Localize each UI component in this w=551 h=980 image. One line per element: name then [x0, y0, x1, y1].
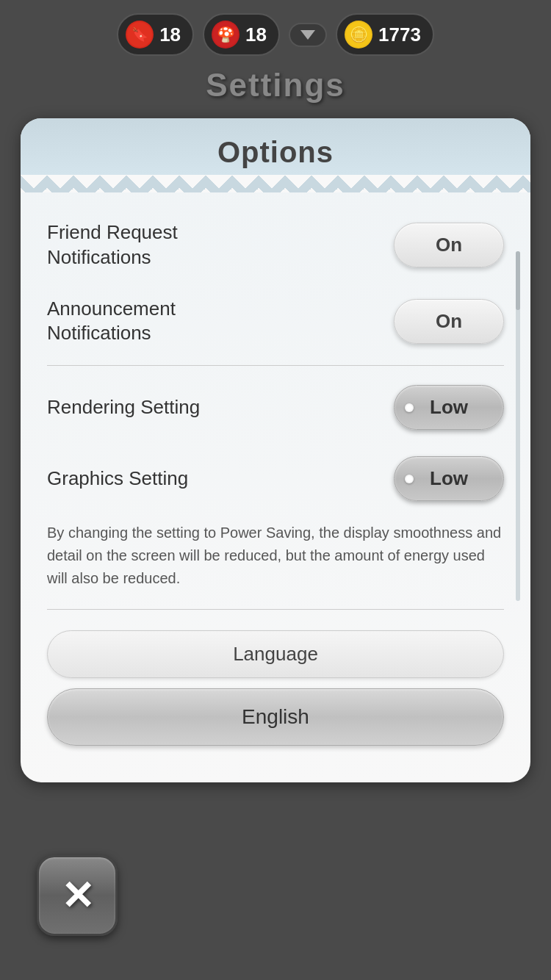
power-saving-info: By changing the setting to Power Saving,…: [47, 514, 504, 603]
toad-count: 18: [245, 24, 267, 46]
options-title: Options: [21, 136, 530, 169]
friend-request-toggle[interactable]: On: [394, 223, 504, 267]
close-button[interactable]: ✕: [37, 855, 118, 936]
toad-counter: 🍄 18: [203, 13, 280, 56]
coin-icon: 🪙: [345, 21, 372, 48]
scroll-thumb: [516, 251, 520, 310]
star-icon: 🔖: [126, 21, 154, 48]
setting-row-graphics: Graphics Setting Low: [47, 443, 504, 514]
friend-request-label: Friend RequestNotifications: [47, 220, 178, 270]
top-bar: 🔖 18 🍄 18 🪙 1773: [0, 0, 551, 63]
announcement-label: AnnouncementNotifications: [47, 297, 176, 347]
language-section: Language English: [21, 623, 530, 760]
zigzag-divider: [21, 175, 530, 192]
dropdown-button[interactable]: [289, 23, 327, 47]
rendering-label: Rendering Setting: [47, 395, 200, 420]
divider-1: [47, 365, 504, 366]
divider-2: [47, 609, 504, 610]
language-label-button[interactable]: Language: [47, 630, 504, 678]
setting-row-announcement: AnnouncementNotifications On: [47, 284, 504, 360]
language-value-button[interactable]: English: [47, 688, 504, 746]
page-title-container: Settings: [0, 63, 551, 118]
star-counter: 🔖 18: [117, 13, 194, 56]
star-count: 18: [159, 24, 181, 46]
options-header: Options: [21, 118, 530, 192]
options-body: Friend RequestNotifications On Announcem…: [21, 192, 530, 623]
options-card: Options Friend RequestNotifications On A…: [21, 118, 530, 782]
scroll-track: [516, 251, 520, 601]
close-icon: ✕: [61, 876, 94, 915]
announcement-toggle[interactable]: On: [394, 299, 504, 344]
toad-icon: 🍄: [212, 21, 240, 48]
rendering-toggle[interactable]: Low: [394, 385, 504, 430]
setting-row-rendering: Rendering Setting Low: [47, 372, 504, 443]
page-title: Settings: [0, 67, 551, 104]
coin-count: 1773: [378, 24, 421, 46]
graphics-toggle[interactable]: Low: [394, 456, 504, 501]
coin-counter: 🪙 1773: [336, 13, 434, 56]
close-button-container: ✕: [37, 855, 118, 936]
chevron-down-icon: [300, 30, 315, 40]
graphics-label: Graphics Setting: [47, 466, 188, 491]
setting-row-friend-request: Friend RequestNotifications On: [47, 207, 504, 284]
